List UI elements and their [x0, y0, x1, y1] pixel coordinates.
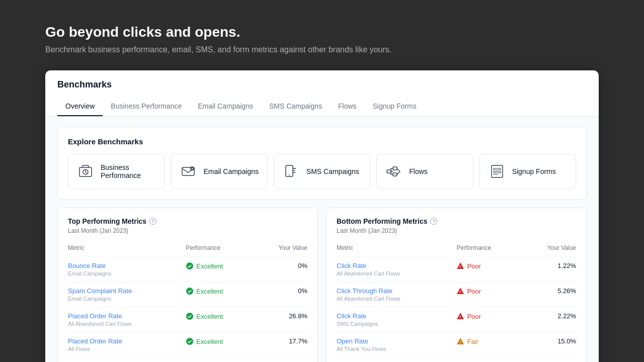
sms-campaigns-label: SMS Campaigns [306, 167, 359, 175]
poor-icon: ! [456, 262, 464, 270]
metric-source: Email Campaigns [68, 270, 186, 277]
svg-text:!: ! [460, 315, 461, 319]
tab-email-campaigns[interactable]: Email Campaigns [190, 97, 261, 116]
table-row: Click Through Rate All Abandoned Cart Fl… [337, 282, 576, 307]
svg-rect-8 [393, 173, 397, 176]
app-header: Benchmarks Overview Business Performance… [45, 70, 599, 117]
table-row: Placed Order Rate All Abandoned Cart Flo… [68, 307, 307, 332]
tab-flows[interactable]: Flows [330, 97, 365, 116]
explore-card-email-campaigns[interactable]: Email Campaigns [171, 154, 267, 189]
flows-label: Flows [409, 167, 428, 175]
table-row: Open Rate All Thank You Flows ! Fair 15.… [337, 332, 576, 357]
top-metrics-subtitle: Last Month (Jan 2023) [68, 227, 307, 234]
metric-source: All Abandoned Cart Flows [337, 296, 456, 302]
app-container: Benchmarks Overview Business Performance… [45, 70, 599, 362]
bottom-metrics-subtitle: Last Month (Jan 2023) [337, 227, 576, 234]
metric-source: Email Campaigns [68, 296, 186, 302]
svg-point-5 [289, 174, 290, 175]
hero-subtitle: Benchmark business performance, email, S… [45, 45, 599, 54]
explore-title: Explore Benchmarks [68, 137, 576, 146]
excellent-icon [186, 312, 194, 320]
poor-icon: ! [456, 312, 464, 320]
metric-value: 1.22% [522, 257, 576, 282]
explore-card-sms-campaigns[interactable]: SMS Campaigns [274, 154, 370, 189]
svg-text:!: ! [460, 290, 461, 294]
col-metric-top: Metric [68, 242, 186, 257]
bottom-metrics-info-icon[interactable]: ? [430, 218, 437, 225]
poor-icon: ! [456, 287, 464, 295]
tab-bar: Overview Business Performance Email Camp… [57, 97, 587, 116]
hero-title: Go beyond clicks and opens. [45, 24, 599, 40]
explore-card-signup-forms[interactable]: Signup Forms [479, 154, 576, 189]
app-body: Explore Benchmarks Business Performance [45, 117, 599, 362]
svg-point-15 [186, 338, 193, 345]
metric-name-link[interactable]: Placed Order Rate [68, 312, 186, 320]
metric-value: 26.8% [254, 307, 307, 332]
svg-text:!: ! [460, 264, 461, 269]
explore-cards: Business Performance Email Campaigns [68, 154, 576, 189]
metric-name-link[interactable]: Click Through Rate [337, 287, 456, 295]
metric-value: 0% [254, 282, 307, 307]
metric-value: 17.7% [254, 332, 307, 357]
metric-source: All Abandoned Cart Flows [337, 270, 456, 277]
svg-rect-10 [494, 168, 501, 170]
top-metrics-info-icon[interactable]: ? [149, 218, 156, 225]
email-campaigns-icon [179, 162, 197, 180]
table-row: Click Rate SMS Campaigns ! Poor 2.22% [337, 307, 576, 332]
metric-value: 0% [254, 257, 307, 282]
svg-text:!: ! [460, 340, 461, 344]
svg-rect-6 [387, 170, 391, 173]
email-campaigns-label: Email Campaigns [203, 167, 259, 175]
fair-icon: ! [456, 337, 464, 345]
metric-value: 15.0% [522, 332, 576, 357]
explore-card-business-performance[interactable]: Business Performance [68, 154, 165, 189]
table-row: Spam Complaint Rate Email Campaigns Exce… [68, 282, 307, 307]
table-row: Placed Order Rate All Flows Excellent 17… [68, 332, 307, 357]
top-metrics-panel: Top Performing Metrics ? Last Month (Jan… [57, 208, 318, 362]
sms-campaigns-icon [282, 162, 300, 180]
signup-forms-icon [488, 162, 506, 180]
tab-business-performance[interactable]: Business Performance [103, 97, 190, 116]
svg-point-14 [186, 313, 193, 320]
metric-name-link[interactable]: Click Rate [337, 262, 456, 269]
metric-name-link[interactable]: Spam Complaint Rate [68, 287, 186, 295]
tab-signup-forms[interactable]: Signup Forms [365, 97, 425, 116]
bottom-metrics-title: Bottom Performing Metrics ? [337, 217, 576, 225]
flows-icon [385, 162, 403, 180]
table-row: Bounce Rate Email Campaigns Excellent 0% [68, 257, 307, 282]
tab-sms-campaigns[interactable]: SMS Campaigns [261, 97, 330, 116]
signup-forms-label: Signup Forms [512, 167, 556, 175]
col-metric-bottom: Metric [337, 242, 456, 257]
hero-section: Go beyond clicks and opens. Benchmark bu… [0, 0, 644, 70]
col-value-top: Your Value [254, 242, 307, 257]
business-performance-label: Business Performance [101, 163, 156, 179]
business-performance-icon [76, 162, 95, 180]
metric-value: 5.26% [522, 282, 576, 307]
metric-name-link[interactable]: Placed Order Rate [68, 337, 186, 345]
col-performance-top: Performance [186, 242, 254, 257]
explore-section: Explore Benchmarks Business Performance [57, 127, 587, 200]
table-row: Click Rate All Abandoned Cart Flows ! Po… [337, 257, 576, 282]
excellent-icon [186, 287, 194, 295]
metrics-row: Top Performing Metrics ? Last Month (Jan… [57, 208, 587, 362]
svg-point-13 [186, 288, 193, 295]
svg-rect-7 [393, 167, 397, 170]
metric-name-link[interactable]: Click Rate [337, 312, 456, 320]
svg-rect-11 [494, 171, 501, 173]
col-performance-bottom: Performance [456, 242, 521, 257]
metric-value: 2.22% [522, 307, 576, 332]
tab-overview[interactable]: Overview [57, 97, 103, 116]
metric-source: All Thank You Flows [337, 346, 456, 352]
metric-name-link[interactable]: Bounce Rate [68, 262, 186, 269]
explore-card-flows[interactable]: Flows [376, 154, 473, 189]
metric-name-link[interactable]: Open Rate [337, 337, 456, 345]
col-value-bottom: Your Value [522, 242, 576, 257]
metric-source: All Abandoned Cart Flows [68, 321, 186, 327]
bottom-metrics-table: Metric Performance Your Value Click Rate… [337, 242, 576, 357]
excellent-icon [186, 262, 194, 270]
excellent-icon [186, 337, 194, 345]
top-metrics-table: Metric Performance Your Value Bounce Rat… [68, 242, 307, 357]
svg-point-12 [186, 262, 193, 269]
top-metrics-title: Top Performing Metrics ? [68, 217, 307, 225]
metric-source: All Flows [68, 346, 186, 352]
